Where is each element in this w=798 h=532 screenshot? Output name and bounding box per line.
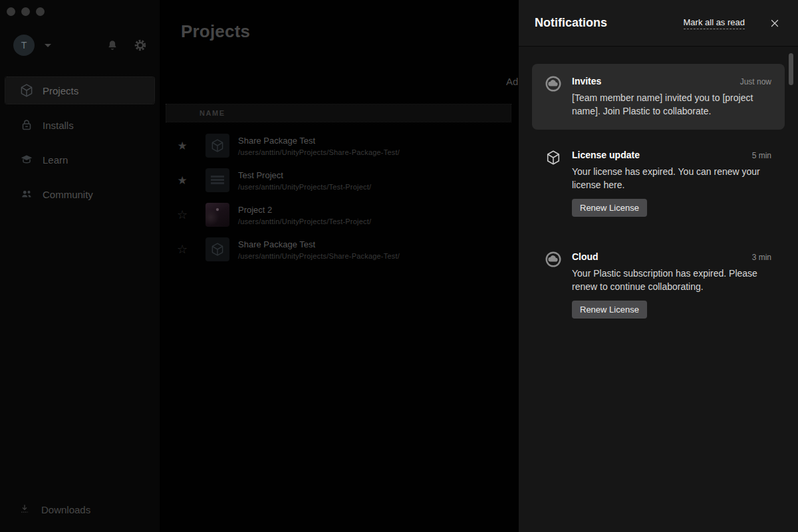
table-row[interactable]: ☆ Project 2 /users/anttin/UnityProjects/… — [160, 198, 519, 232]
page-title: Projects — [181, 21, 250, 42]
sidebar-item-learn[interactable]: Learn — [5, 146, 154, 173]
project-list: ★ Share Package Test /users/anttin/Unity… — [160, 128, 519, 267]
table-row[interactable]: ☆ Share Package Test /users/anttin/Unity… — [160, 232, 519, 267]
cube-icon — [19, 82, 35, 98]
cloud-icon — [545, 251, 561, 267]
project-name: Share Package Test — [238, 239, 400, 249]
star-outline-icon[interactable]: ☆ — [176, 243, 189, 255]
project-thumbnail — [205, 134, 229, 158]
column-header-name: NAME — [166, 109, 225, 117]
star-icon[interactable]: ★ — [176, 140, 189, 152]
project-thumbnail — [205, 237, 229, 261]
sidebar-item-label: Community — [43, 189, 93, 200]
cloud-icon — [545, 76, 561, 92]
project-path: /users/anttin/UnityProjects/Share-Packag… — [238, 252, 400, 260]
graduation-cap-icon — [19, 152, 35, 168]
notifications-panel: Notifications Mark all as read Invites J… — [519, 0, 798, 532]
projects-page: Projects Ad NAME ★ Share Package Test /u… — [160, 0, 519, 532]
project-thumbnail — [205, 203, 229, 227]
lock-icon — [19, 117, 35, 133]
sidebar-item-projects[interactable]: Projects — [5, 77, 154, 104]
sidebar-item-downloads[interactable]: Downloads — [5, 496, 154, 523]
chevron-down-icon[interactable] — [45, 44, 51, 47]
gear-icon[interactable] — [133, 38, 148, 53]
table-row[interactable]: ★ Test Project /users/anttin/UnityProjec… — [160, 163, 519, 198]
project-thumbnail — [205, 168, 229, 192]
people-icon — [19, 186, 35, 202]
notification-title: Invites — [572, 76, 740, 86]
notification-time: Just now — [740, 77, 771, 86]
window-close-button[interactable] — [7, 7, 15, 16]
sidebar: T Projects Installs — [0, 0, 160, 532]
download-icon — [19, 503, 31, 515]
sidebar-item-label: Projects — [43, 85, 78, 96]
notifications-header: Notifications Mark all as read — [519, 0, 798, 47]
bell-icon[interactable] — [106, 39, 119, 52]
star-outline-icon[interactable]: ☆ — [176, 209, 189, 221]
close-icon[interactable] — [769, 17, 781, 29]
notification-invites[interactable]: Invites Just now [Team member name] invi… — [532, 64, 785, 130]
notification-cloud: Cloud 3 min Your Plastic subscription ha… — [532, 251, 785, 319]
add-button-partial[interactable]: Ad — [506, 76, 519, 87]
avatar-initial: T — [21, 40, 27, 51]
cube-icon — [210, 242, 225, 257]
notification-title: License update — [572, 150, 752, 160]
sidebar-nav: Projects Installs Learn Community — [5, 77, 154, 215]
cube-icon — [210, 138, 225, 153]
notification-body: [Team member name] invited you to [proje… — [572, 91, 771, 118]
notification-body: Your license has expired. You can renew … — [572, 165, 771, 192]
star-icon[interactable]: ★ — [176, 175, 189, 186]
project-name: Share Package Test — [238, 136, 400, 146]
mark-all-as-read-link[interactable]: Mark all as read — [684, 17, 745, 29]
table-header: NAME — [166, 104, 511, 122]
notification-license-update: License update 5 min Your license has ex… — [532, 150, 785, 217]
window-zoom-button[interactable] — [36, 7, 45, 16]
notification-time: 5 min — [752, 151, 771, 160]
window-minimize-button[interactable] — [21, 7, 30, 16]
scrollbar-thumb[interactable] — [789, 53, 793, 85]
renew-license-button[interactable]: Renew License — [572, 199, 647, 217]
sidebar-item-label: Learn — [43, 154, 68, 166]
notification-time: 3 min — [752, 253, 771, 262]
project-path: /users/anttin/UnityProjects/Share-Packag… — [238, 148, 400, 156]
unity-logo-icon — [545, 150, 561, 166]
account-row: T — [13, 35, 148, 56]
window-controls — [7, 7, 45, 16]
downloads-label: Downloads — [41, 504, 90, 515]
sidebar-item-community[interactable]: Community — [5, 181, 154, 207]
notification-body: Your Plastic subscription has expired. P… — [572, 267, 771, 293]
sidebar-item-label: Installs — [43, 120, 74, 131]
project-path: /users/anttin/UnityProjects/Test-Project… — [238, 217, 371, 225]
avatar[interactable]: T — [13, 35, 35, 56]
sidebar-item-installs[interactable]: Installs — [5, 112, 154, 138]
project-name: Test Project — [238, 170, 371, 180]
notifications-list: Invites Just now [Team member name] invi… — [519, 47, 798, 319]
project-path: /users/anttin/UnityProjects/Test-Project… — [238, 183, 371, 191]
table-row[interactable]: ★ Share Package Test /users/anttin/Unity… — [160, 128, 519, 163]
notification-title: Cloud — [572, 251, 752, 262]
unity-hub-window: T Projects Installs — [0, 0, 798, 532]
project-name: Project 2 — [238, 205, 371, 215]
notifications-title: Notifications — [535, 16, 684, 30]
renew-license-button[interactable]: Renew License — [572, 301, 647, 319]
